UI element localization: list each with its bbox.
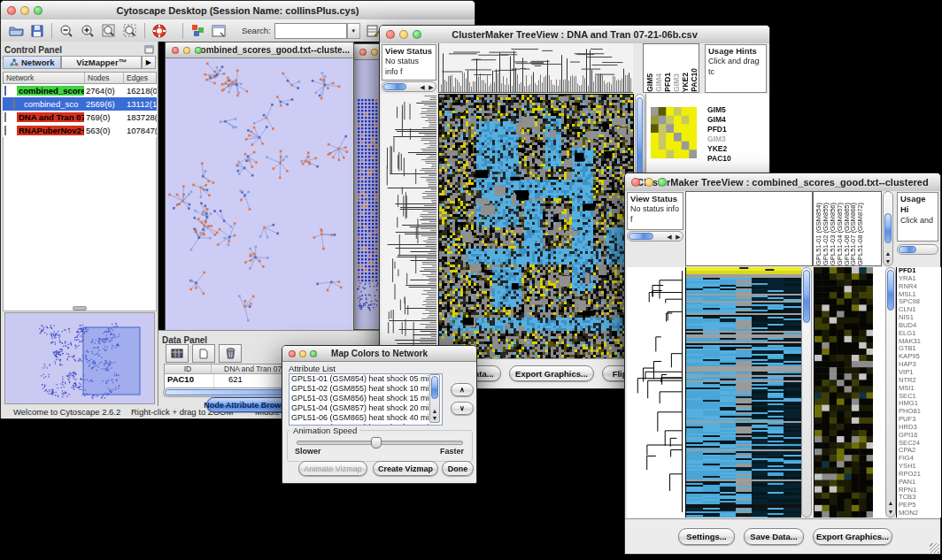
column-label[interactable]: GIM5 xyxy=(646,73,654,92)
delete-attribute-icon[interactable] xyxy=(219,344,242,363)
scroll-down-icon[interactable]: ▼ xyxy=(430,415,439,421)
network-row[interactable]: combined_scores 2764(0) 16218(0) xyxy=(3,84,157,97)
dialog-titlebar[interactable]: Map Colors to Network xyxy=(282,346,476,362)
attribute-item[interactable]: GPL51-06 (GSM865) heat shock 40 min xyxy=(290,413,442,423)
column-label[interactable]: GIM4 xyxy=(655,73,663,92)
row-label[interactable]: PFD1 xyxy=(707,125,731,134)
zoom-button[interactable] xyxy=(658,178,667,187)
help-lifesaver-icon[interactable] xyxy=(150,22,169,40)
minimize-button[interactable] xyxy=(645,178,653,187)
move-down-button[interactable]: ∨ xyxy=(451,402,474,415)
close-button[interactable] xyxy=(7,6,16,15)
minimize-button[interactable] xyxy=(299,350,306,357)
scrollbar-thumb[interactable] xyxy=(887,270,894,311)
genes-vscrollbar[interactable]: ▲ ▼ xyxy=(885,267,896,518)
zoom-fit-icon[interactable] xyxy=(99,22,119,40)
plugin-icon[interactable] xyxy=(188,22,207,40)
zoom-button[interactable] xyxy=(195,47,202,54)
create-vizmap-button[interactable]: Create Vizmap xyxy=(373,461,438,476)
column-tree-area[interactable] xyxy=(685,191,813,266)
column-label[interactable]: GIM3 xyxy=(673,73,681,92)
treeview2-titlebar[interactable]: ClusterMaker TreeView : combined_scores_… xyxy=(625,173,940,192)
heatmap[interactable] xyxy=(438,94,634,359)
network-row[interactable]: DNA and Tran 07 769(0) 183728(0) xyxy=(3,111,157,124)
minimize-button[interactable] xyxy=(399,30,408,39)
col-network[interactable]: Network xyxy=(4,73,85,83)
zoom-selected-icon[interactable] xyxy=(120,22,140,40)
scrollbar-thumb[interactable] xyxy=(899,246,916,253)
treeview1-titlebar[interactable]: ClusterMaker TreeView : DNA and Tran 07-… xyxy=(380,26,769,44)
usage-scrollbar[interactable] xyxy=(897,244,938,255)
row-dendrogram[interactable] xyxy=(382,94,436,357)
scroll-right-icon[interactable]: ▶ xyxy=(674,234,683,240)
close-button[interactable] xyxy=(359,49,367,56)
col-edges[interactable]: Edges xyxy=(124,73,156,83)
gene-label[interactable]: MON2 xyxy=(899,510,941,518)
row-label[interactable]: GIM3 xyxy=(707,134,731,144)
tab-vizmapper[interactable]: VizMapper™ xyxy=(61,56,141,69)
animate-vizmap-button[interactable]: Animate Vizmap xyxy=(298,461,367,476)
minimize-button[interactable] xyxy=(183,47,190,54)
column-label[interactable]: PAC10 xyxy=(691,68,699,92)
heatmap-vscrollbar[interactable] xyxy=(801,267,812,518)
close-button[interactable] xyxy=(289,350,296,357)
save-icon[interactable] xyxy=(27,22,47,40)
tab-overflow-arrow[interactable]: ▶ xyxy=(142,56,156,69)
cytoscape-titlebar[interactable]: Cytoscape Desktop (Session Name: collins… xyxy=(1,1,475,20)
row-dendrogram[interactable] xyxy=(627,267,685,518)
col-id[interactable]: ID xyxy=(165,364,212,373)
speed-slider-thumb[interactable] xyxy=(371,437,382,449)
done-button[interactable]: Done xyxy=(442,461,474,476)
close-button[interactable] xyxy=(172,47,179,54)
scrollbar-thumb[interactable] xyxy=(383,83,406,90)
scrollbar-thumb[interactable] xyxy=(629,233,653,240)
scroll-up-icon[interactable]: ▲ xyxy=(884,250,892,257)
open-file-icon[interactable] xyxy=(6,22,26,40)
tab-network[interactable]: Network xyxy=(3,56,61,69)
scrollbar-thumb[interactable] xyxy=(431,376,438,399)
scrollbar-thumb[interactable] xyxy=(803,270,810,323)
close-button[interactable] xyxy=(386,30,395,39)
close-button[interactable] xyxy=(631,178,640,187)
column-label[interactable]: PFD1 xyxy=(664,73,672,92)
row-label[interactable]: PAC10 xyxy=(707,154,731,164)
scrollbar-thumb[interactable] xyxy=(884,213,892,243)
scroll-up-icon[interactable]: ▲ xyxy=(886,500,895,506)
correlation-matrix[interactable] xyxy=(651,107,697,158)
selection-heatmap[interactable] xyxy=(814,267,874,518)
zoom-in-icon[interactable] xyxy=(78,22,97,40)
settings-button[interactable]: Settings... xyxy=(678,528,735,545)
scroll-right-icon[interactable]: ▶ xyxy=(427,84,436,90)
minimize-button[interactable] xyxy=(371,49,378,56)
listbox-scrollbar[interactable]: ▲ ▼ xyxy=(429,374,440,423)
network-canvas[interactable] xyxy=(166,58,351,330)
attribute-select-icon[interactable] xyxy=(166,344,189,363)
network-row[interactable]: RNAPuberNov2+| 563(0) 107847(0) xyxy=(3,124,157,137)
scroll-down-icon[interactable]: ▼ xyxy=(884,258,892,265)
view-status-scrollbar[interactable]: ◀ ▶ xyxy=(382,81,436,92)
export-graphics-button[interactable]: Export Graphics... xyxy=(813,528,892,545)
attribute-item[interactable]: GPL51-02 (GSM855) heat shock 10 min xyxy=(290,384,442,394)
column-dendrogram[interactable] xyxy=(438,43,633,93)
scroll-down-icon[interactable]: ▼ xyxy=(886,509,895,515)
export-graphics-button[interactable]: Export Graphics... xyxy=(509,365,594,381)
labels-vscrollbar[interactable]: ▲ ▼ xyxy=(883,191,893,266)
search-dropdown-icon[interactable]: ▼ xyxy=(347,23,360,39)
scroll-up-icon[interactable]: ▲ xyxy=(430,408,439,414)
attribute-item[interactable]: GPL51-01 (GSM854) heat shock 05 min xyxy=(290,374,442,384)
column-label[interactable]: YKE2 xyxy=(682,73,690,92)
save-data-button[interactable]: Save Data... xyxy=(744,528,804,545)
search-input[interactable] xyxy=(274,23,347,39)
zoom-button[interactable] xyxy=(34,6,42,15)
zoom-button[interactable] xyxy=(310,350,317,357)
resize-grip[interactable] xyxy=(930,543,939,553)
attribute-item[interactable]: GPL51-04 (GSM857) heat shock 20 min xyxy=(290,403,442,413)
node-attribute-browser-button[interactable]: Node Attribute Brows... xyxy=(206,397,290,412)
birdseye-view[interactable] xyxy=(4,312,155,404)
panel-icon[interactable] xyxy=(209,22,228,40)
attribute-item[interactable]: GPL51-03 (GSM856) heat shock 15 min xyxy=(290,394,442,403)
move-up-button[interactable]: ∧ xyxy=(451,383,474,396)
row-label[interactable]: YKE2 xyxy=(707,144,731,154)
row-label[interactable]: GIM4 xyxy=(707,115,731,125)
network-row-selected[interactable]: combined_sco 2569(6) 13112(15) xyxy=(3,97,157,111)
